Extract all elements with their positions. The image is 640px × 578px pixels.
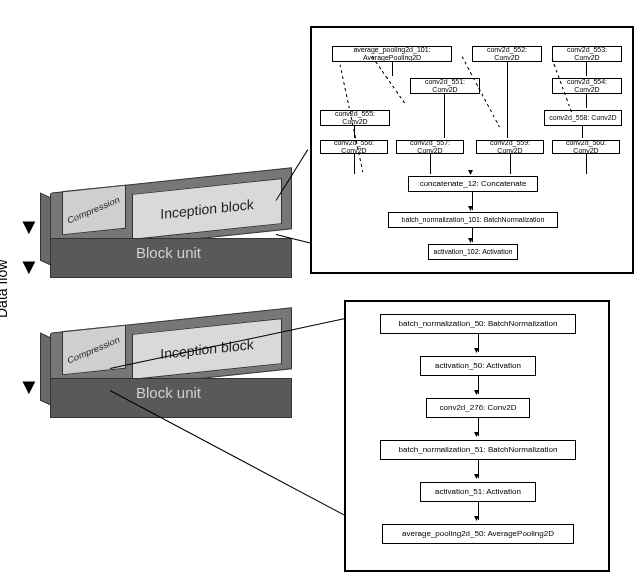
graph-node: average_pooling2d_50: AveragePooling2D <box>382 524 574 544</box>
edge <box>430 154 431 174</box>
graph-node: conv2d_555: Conv2D <box>320 110 390 126</box>
block-unit-1: Compression Inception block Block unit <box>40 180 300 300</box>
edge <box>586 62 587 76</box>
edge <box>586 154 587 174</box>
edge <box>510 154 511 174</box>
arrowhead-icon: ▾ <box>468 236 473 244</box>
graph-node: conv2d_556: Conv2D <box>320 140 388 154</box>
graph-node: conv2d_559: Conv2D <box>476 140 544 154</box>
inception-detail-panel: average_pooling2d_101: AveragePooling2D … <box>310 26 634 274</box>
graph-node: concatenate_12: Concatenate <box>408 176 538 192</box>
graph-node: batch_normalization_101: BatchNormalizat… <box>388 212 558 228</box>
edge <box>586 94 587 108</box>
data-flow-label: Data flow <box>0 260 10 318</box>
block-front-label: Block unit <box>136 244 201 261</box>
graph-node: conv2d_552: Conv2D <box>472 46 542 62</box>
graph-node: conv2d_276: Conv2D <box>426 398 530 418</box>
graph-node: conv2d_551: Conv2D <box>410 78 480 94</box>
arrow-down-icon: ▼ <box>18 378 40 396</box>
edge <box>444 94 445 138</box>
edge-dashed <box>372 56 407 106</box>
graph-node: activation_50: Activation <box>420 356 536 376</box>
arrowhead-icon: ▾ <box>474 514 479 522</box>
data-flow-indicator: Data flow ▼ ▼ ▼ <box>6 218 30 418</box>
edge <box>507 62 508 138</box>
graph-node: conv2d_553: Conv2D <box>552 46 622 62</box>
graph-node: conv2d_558: Conv2D <box>544 110 622 126</box>
compression-detail-panel: batch_normalization_50: BatchNormalizati… <box>344 300 610 572</box>
graph-node: conv2d_560: Conv2D <box>552 140 620 154</box>
graph-node: batch_normalization_50: BatchNormalizati… <box>380 314 576 334</box>
compression-slot: Compression <box>62 325 126 376</box>
arrowhead-icon: ▾ <box>474 346 479 354</box>
arrowhead-icon: ▾ <box>474 472 479 480</box>
arrowhead-icon: ▾ <box>468 204 473 212</box>
edge <box>582 126 583 138</box>
block-front-label: Block unit <box>136 384 201 401</box>
graph-node: activation_51: Activation <box>420 482 536 502</box>
graph-node: activation_102: Activation <box>428 244 518 260</box>
arrowhead-icon: ▾ <box>474 430 479 438</box>
graph-node: conv2d_557: Conv2D <box>396 140 464 154</box>
arrowhead-icon: ▾ <box>468 168 473 176</box>
edge <box>354 154 355 174</box>
graph-node: batch_normalization_51: BatchNormalizati… <box>380 440 576 460</box>
inception-label: Inception block <box>160 196 253 222</box>
arrow-down-icon: ▼ <box>18 258 40 276</box>
arrowhead-icon: ▾ <box>474 388 479 396</box>
compression-label: Compression <box>67 194 121 225</box>
graph-node: average_pooling2d_101: AveragePooling2D <box>332 46 452 62</box>
edge <box>392 62 393 76</box>
compression-label: Compression <box>67 334 121 365</box>
compression-slot: Compression <box>62 185 126 236</box>
arrow-down-icon: ▼ <box>18 218 40 236</box>
